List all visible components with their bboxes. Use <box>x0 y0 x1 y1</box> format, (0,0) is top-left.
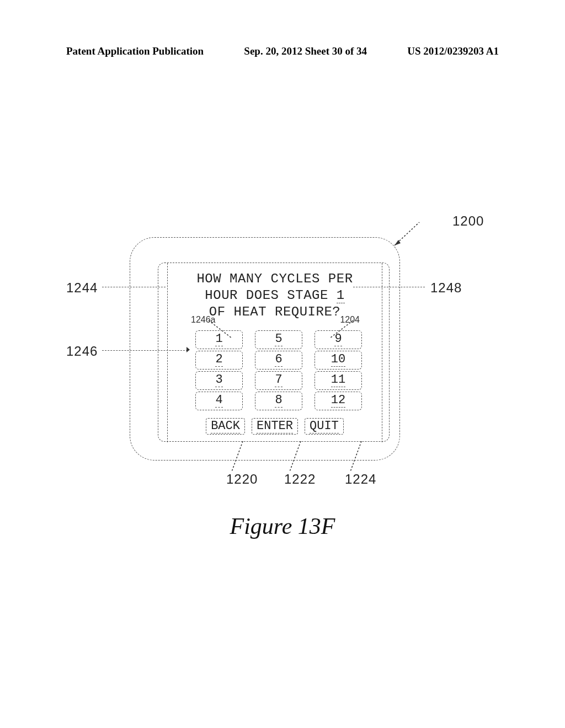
page-header: Patent Application Publication Sep. 20, … <box>66 45 499 57</box>
ref-1244: 1244 <box>66 280 98 296</box>
prompt-line-1: HOW MANY CYCLES PER <box>196 271 353 286</box>
ref-1224: 1224 <box>345 472 376 487</box>
key-12[interactable]: 12 <box>315 392 362 410</box>
screen-bezel: HOW MANY CYCLES PER HOUR DOES STAGE 1 OF… <box>158 263 390 442</box>
key-8[interactable]: 8 <box>255 392 302 410</box>
svg-line-4 <box>350 441 361 472</box>
svg-line-3 <box>290 441 301 472</box>
leader-1200 <box>386 218 452 251</box>
leader-1204 <box>326 316 364 344</box>
header-date-sheet: Sep. 20, 2012 Sheet 30 of 34 <box>244 45 367 57</box>
arrow-1246 <box>186 347 190 352</box>
screen: HOW MANY CYCLES PER HOUR DOES STAGE 1 OF… <box>167 263 382 442</box>
svg-line-5 <box>209 320 232 338</box>
leader-1248 <box>353 287 425 287</box>
key-2[interactable]: 2 <box>195 351 243 370</box>
prompt-stage-number: 1 <box>337 288 345 303</box>
enter-button[interactable]: ENTER <box>252 418 298 435</box>
key-11[interactable]: 11 <box>315 371 362 390</box>
back-button[interactable]: BACK <box>206 418 245 435</box>
ref-1248: 1248 <box>430 280 462 296</box>
key-4[interactable]: 4 <box>195 392 243 410</box>
ref-1200: 1200 <box>452 213 484 229</box>
figure-caption: Figure 13F <box>0 513 565 539</box>
prompt-text: HOW MANY CYCLES PER HOUR DOES STAGE 1 OF… <box>168 271 382 320</box>
nav-button-row: BACK ENTER QUIT <box>168 418 382 435</box>
ref-1246: 1246 <box>66 344 98 359</box>
svg-line-6 <box>330 320 353 338</box>
key-10[interactable]: 10 <box>315 351 362 370</box>
prompt-line-2a: HOUR DOES STAGE <box>205 288 336 303</box>
leader-1244 <box>102 287 166 287</box>
ref-1222: 1222 <box>284 472 316 487</box>
leader-1246 <box>102 350 188 351</box>
header-publication: Patent Application Publication <box>66 45 204 57</box>
key-5[interactable]: 5 <box>255 330 302 349</box>
key-7[interactable]: 7 <box>255 371 302 390</box>
ref-1220: 1220 <box>226 472 258 487</box>
quit-button[interactable]: QUIT <box>305 418 344 435</box>
svg-line-2 <box>232 441 243 472</box>
key-6[interactable]: 6 <box>255 351 302 370</box>
leader-1246a <box>204 316 243 344</box>
device-outline: HOW MANY CYCLES PER HOUR DOES STAGE 1 OF… <box>130 237 400 461</box>
key-3[interactable]: 3 <box>195 371 243 390</box>
header-docket: US 2012/0239203 A1 <box>407 45 499 57</box>
